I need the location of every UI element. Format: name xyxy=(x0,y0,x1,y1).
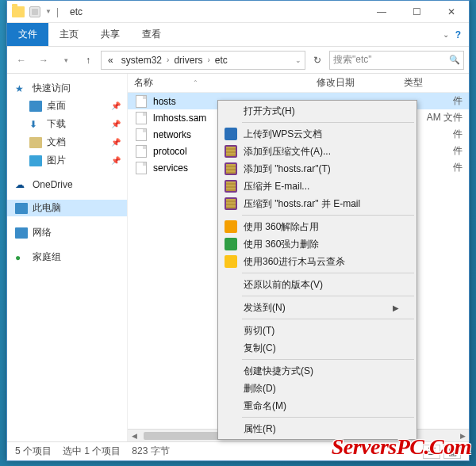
menu-separator xyxy=(242,296,414,296)
documents-icon xyxy=(29,137,42,148)
menu-item[interactable]: 发送到(N)▶ xyxy=(220,299,415,316)
menu-separator xyxy=(242,273,414,273)
crumb-drivers[interactable]: drivers xyxy=(171,55,205,66)
status-selection: 选中 1 个项目 xyxy=(63,445,121,458)
qat-dropdown-icon[interactable]: ▼ xyxy=(45,8,52,15)
menu-item[interactable]: 添加到 "hosts.rar"(T) xyxy=(220,160,415,178)
nav-back[interactable]: ← xyxy=(12,51,31,70)
chevron-icon[interactable]: › xyxy=(207,55,209,64)
ribbon-expand-icon[interactable]: ⌄ xyxy=(443,30,449,39)
nav-up[interactable]: ↑ xyxy=(79,51,98,70)
navbar: ← → ▾ ↑ « system32 › drivers › etc ⌄ ↻ 搜… xyxy=(7,47,469,74)
window-title: etc xyxy=(70,6,83,17)
wps-icon xyxy=(225,128,237,140)
sidebar-item-pictures[interactable]: 图片 📌 xyxy=(7,151,127,170)
pin-icon: 📌 xyxy=(111,120,121,128)
status-size: 823 字节 xyxy=(132,445,169,458)
nav-recent[interactable]: ▾ xyxy=(56,51,75,70)
menu-separator xyxy=(242,359,414,360)
sidebar-quick-access[interactable]: ★ 快速访问 xyxy=(7,80,127,97)
pin-icon: 📌 xyxy=(111,156,121,165)
menu-item[interactable]: 使用 360解除占用 xyxy=(220,218,415,235)
pin-icon: 📌 xyxy=(111,101,121,110)
sidebar-this-pc[interactable]: 此电脑 xyxy=(7,200,127,216)
sidebar-item-documents[interactable]: 文档 📌 xyxy=(7,133,127,151)
maximize-button[interactable]: ☐ xyxy=(399,1,434,23)
s360y-icon xyxy=(225,255,237,268)
menu-item[interactable]: 压缩并 E-mail... xyxy=(220,178,415,195)
menu-item[interactable]: 使用360进行木马云查杀 xyxy=(220,253,415,270)
help-icon[interactable]: ? xyxy=(455,29,461,40)
menu-separator xyxy=(242,122,414,123)
menu-item[interactable]: 创建快捷方式(S) xyxy=(220,362,415,380)
scroll-left-icon[interactable]: ◀ xyxy=(128,430,140,442)
menu-item-label: 打开方式(H) xyxy=(244,105,295,118)
menu-item-label: 使用 360强力删除 xyxy=(244,238,319,251)
separator: | xyxy=(56,6,59,17)
sidebar-item-downloads[interactable]: ⬇ 下载 📌 xyxy=(7,115,127,133)
crumb-etc[interactable]: etc xyxy=(212,55,231,66)
menu-item[interactable]: 打开方式(H) xyxy=(220,102,415,120)
column-type[interactable]: 类型 xyxy=(397,76,445,90)
file-icon xyxy=(136,145,147,158)
menu-item[interactable]: 上传到WPS云文档 xyxy=(220,125,415,143)
breadcrumb[interactable]: « system32 › drivers › etc ⌄ xyxy=(101,51,305,70)
menu-item-label: 使用 360解除占用 xyxy=(244,220,319,234)
search-placeholder: 搜索"etc" xyxy=(333,53,372,67)
column-date[interactable]: 修改日期 xyxy=(310,76,397,90)
close-button[interactable]: ✕ xyxy=(434,1,469,23)
folder-icon xyxy=(12,6,25,17)
submenu-arrow-icon: ▶ xyxy=(393,304,399,312)
tab-share[interactable]: 共享 xyxy=(90,23,131,46)
search-icon: 🔍 xyxy=(449,55,460,65)
file-icon xyxy=(136,95,147,108)
history-dropdown-icon[interactable]: ⌄ xyxy=(295,56,301,64)
menu-separator xyxy=(242,319,414,319)
disk-icon xyxy=(29,6,40,17)
menu-item[interactable]: 还原以前的版本(V) xyxy=(220,276,415,293)
menu-item[interactable]: 添加到压缩文件(A)... xyxy=(220,143,415,160)
search-input[interactable]: 搜索"etc" 🔍 xyxy=(329,51,464,70)
menu-item[interactable]: 复制(C) xyxy=(220,339,415,357)
tab-view[interactable]: 查看 xyxy=(131,23,172,46)
menu-item-label: 压缩并 E-mail... xyxy=(244,180,309,193)
sidebar-onedrive[interactable]: ☁ OneDrive xyxy=(7,178,127,192)
menu-item-label: 添加到压缩文件(A)... xyxy=(244,145,331,159)
tab-home[interactable]: 主页 xyxy=(48,23,90,46)
menu-item[interactable]: 压缩到 "hosts.rar" 并 E-mail xyxy=(220,195,415,212)
sidebar-item-desktop[interactable]: 桌面 📌 xyxy=(7,97,127,115)
menu-item-label: 还原以前的版本(V) xyxy=(244,278,323,292)
menu-item-label: 上传到WPS云文档 xyxy=(244,128,322,141)
column-headers: 名称 ⌃ 修改日期 类型 xyxy=(128,74,469,93)
file-icon xyxy=(136,112,147,124)
sidebar: ★ 快速访问 桌面 📌 ⬇ 下载 📌 文档 📌 xyxy=(7,74,128,441)
sidebar-network[interactable]: 网络 xyxy=(7,224,127,241)
menu-separator xyxy=(242,215,414,216)
sidebar-homegroup[interactable]: ● 家庭组 xyxy=(7,249,127,265)
menu-item-label: 剪切(T) xyxy=(244,324,274,338)
rar-icon xyxy=(225,180,237,193)
s360g-icon xyxy=(225,238,237,250)
nav-forward[interactable]: → xyxy=(34,51,53,70)
rar-icon xyxy=(225,145,237,158)
watermark: ServersPC.Com xyxy=(332,434,471,460)
crumb-prefix[interactable]: « xyxy=(105,55,117,66)
crumb-system32[interactable]: system32 xyxy=(118,55,165,66)
titlebar[interactable]: ▼ | etc — ☐ ✕ xyxy=(7,1,469,23)
minimize-button[interactable]: — xyxy=(364,1,399,23)
tab-file[interactable]: 文件 xyxy=(7,23,48,46)
menu-item[interactable]: 重命名(M) xyxy=(220,397,415,414)
desktop-icon xyxy=(29,101,42,112)
file-icon xyxy=(136,128,147,141)
rar-icon xyxy=(225,197,237,210)
menu-item[interactable]: 剪切(T) xyxy=(220,322,415,339)
menu-item-label: 压缩到 "hosts.rar" 并 E-mail xyxy=(244,197,360,211)
pictures-icon xyxy=(29,155,42,166)
menu-item[interactable]: 使用 360强力删除 xyxy=(220,235,415,253)
chevron-icon[interactable]: › xyxy=(167,55,169,64)
column-name[interactable]: 名称 ⌃ xyxy=(128,76,310,90)
refresh-button[interactable]: ↻ xyxy=(309,51,326,70)
menu-item[interactable]: 删除(D) xyxy=(220,380,415,397)
rar-icon xyxy=(225,162,237,175)
menu-item-label: 复制(C) xyxy=(244,342,276,355)
